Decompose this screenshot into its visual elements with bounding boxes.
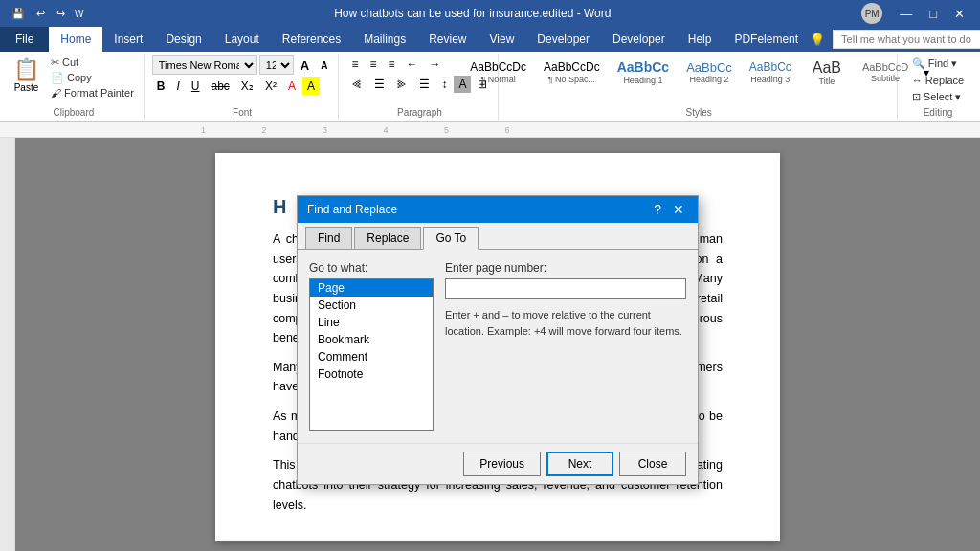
tab-mailings[interactable]: Mailings (352, 27, 417, 52)
underline-button[interactable]: U (187, 77, 205, 95)
replace-button[interactable]: ↔ Replace (906, 73, 969, 88)
save-button[interactable]: 💾 (8, 6, 29, 22)
document-title: How chatbots can be used for insurance.e… (83, 7, 861, 20)
page-number-input[interactable] (445, 278, 686, 299)
tab-references[interactable]: References (271, 27, 352, 52)
goto-list[interactable]: Page Section Line Bookmark Comment Footn… (309, 278, 434, 431)
ribbon-tabs-bar: File Home Insert Design Layout Reference… (0, 27, 980, 52)
find-button[interactable]: 🔍 Find ▾ (906, 55, 969, 72)
dialog-buttons: Previous Next Close (298, 443, 698, 484)
dialog-body: Go to what: Page Section Line Bookmark C… (298, 250, 698, 443)
list-number-button[interactable]: ≡ (365, 55, 381, 73)
align-center-button[interactable]: ☰ (369, 76, 390, 93)
tell-me-input[interactable] (833, 30, 980, 49)
font-size-select[interactable]: 12 (259, 55, 294, 75)
indent-increase-button[interactable]: → (424, 55, 445, 73)
goto-label: Go to what: (309, 261, 434, 275)
justify-button[interactable]: ☰ (414, 76, 434, 93)
line-spacing-button[interactable]: ↕ (436, 76, 452, 93)
font-group: Times New Roman 12 A A B I U abc X₂ X² A… (146, 54, 340, 120)
align-left-button[interactable]: ⫷ (346, 76, 368, 93)
paste-button[interactable]: 📋 Paste (10, 55, 43, 95)
highlight-button[interactable]: A (302, 77, 320, 95)
font-label: Font (233, 105, 252, 118)
undo-button[interactable]: ↩ (33, 6, 49, 22)
goto-item-page[interactable]: Page (310, 279, 433, 297)
close-button[interactable]: ✕ (947, 5, 972, 23)
font-family-select[interactable]: Times New Roman (152, 55, 257, 75)
copy-button[interactable]: 📄 Copy (47, 71, 138, 85)
ruler: 1 2 3 4 5 6 (0, 122, 980, 138)
paste-icon: 📋 (13, 57, 39, 82)
editing-label: Editing (924, 105, 953, 118)
strikethrough-button[interactable]: abc (207, 77, 234, 95)
styles-group: AaBbCcDc ¶ Normal AaBbCcDc ¶ No Spac... … (501, 54, 898, 120)
dialog-right-panel: Enter page number: Enter + and – to move… (445, 261, 686, 431)
dialog-titlebar-buttons: ? ✕ (650, 202, 688, 217)
lightbulb-icon: 💡 (810, 33, 825, 47)
next-button[interactable]: Next (546, 452, 613, 476)
font-grow-button[interactable]: A (296, 56, 314, 75)
tab-developer[interactable]: Developer (525, 27, 601, 52)
dialog-tab-find[interactable]: Find (305, 227, 352, 249)
find-replace-dialog: Find and Replace ? ✕ Find Replace Go To … (297, 195, 699, 485)
window-controls: PM — □ ✕ (861, 3, 972, 24)
subscript-button[interactable]: X₂ (236, 77, 258, 95)
style-heading3[interactable]: AaBbCc Heading 3 (743, 57, 798, 86)
user-avatar: PM (861, 3, 882, 24)
tab-layout[interactable]: Layout (213, 27, 271, 52)
superscript-button[interactable]: X² (260, 77, 281, 95)
dialog-title: Find and Replace (307, 203, 397, 216)
cut-button[interactable]: ✂ Cut (47, 55, 138, 70)
font-color-button[interactable]: A (283, 77, 301, 95)
bold-button[interactable]: B (152, 77, 170, 95)
goto-item-section[interactable]: Section (310, 297, 433, 314)
redo-button[interactable]: ↪ (53, 6, 69, 22)
goto-item-comment[interactable]: Comment (310, 348, 433, 365)
format-painter-button[interactable]: 🖌 Format Painter (47, 86, 138, 99)
multilevel-list-button[interactable]: ≡ (383, 55, 399, 73)
minimize-button[interactable]: — (892, 5, 920, 23)
goto-item-line[interactable]: Line (310, 314, 433, 331)
dialog-tab-goto[interactable]: Go To (423, 227, 479, 250)
goto-item-footnote[interactable]: Footnote (310, 365, 433, 383)
dialog-close-button[interactable]: ✕ (669, 202, 688, 217)
dialog-close-btn[interactable]: Close (619, 452, 686, 476)
previous-button[interactable]: Previous (463, 452, 541, 476)
left-sidebar (0, 138, 15, 551)
italic-button[interactable]: I (171, 77, 184, 95)
tab-help[interactable]: Help (677, 27, 724, 52)
dialog-tab-replace[interactable]: Replace (354, 227, 421, 249)
font-shrink-button[interactable]: A (316, 58, 332, 73)
editing-group: 🔍 Find ▾ ↔ Replace ⊡ Select ▾ Editing (900, 54, 976, 120)
enter-page-label: Enter page number: (445, 261, 686, 275)
ruler-markings: 1 2 3 4 5 6 (201, 125, 537, 135)
style-normal[interactable]: AaBbCcDc ¶ Normal (463, 57, 533, 86)
tab-view[interactable]: View (479, 27, 526, 52)
tab-developer2[interactable]: Developer (601, 27, 677, 52)
maximize-button[interactable]: □ (922, 5, 945, 23)
ribbon-content: 📋 Paste ✂ Cut 📄 Copy 🖌 Format Painter Cl… (0, 52, 980, 122)
indent-decrease-button[interactable]: ← (401, 55, 422, 73)
style-title[interactable]: AaB Title (802, 55, 852, 89)
title-bar: 💾 ↩ ↪ W How chatbots can be used for ins… (0, 0, 980, 27)
tab-file[interactable]: File (0, 27, 49, 52)
dialog-help-button[interactable]: ? (650, 202, 665, 217)
clipboard-label: Clipboard (54, 105, 95, 118)
tab-home[interactable]: Home (49, 27, 102, 52)
tab-pdfelement[interactable]: PDFelement (723, 27, 810, 52)
title-bar-left: 💾 ↩ ↪ W (8, 6, 83, 22)
style-no-spacing[interactable]: AaBbCcDc ¶ No Spac... (537, 57, 607, 86)
tab-insert[interactable]: Insert (102, 27, 154, 52)
goto-item-bookmark[interactable]: Bookmark (310, 331, 433, 348)
tab-design[interactable]: Design (154, 27, 212, 52)
align-right-button[interactable]: ⫸ (391, 76, 412, 93)
style-heading2[interactable]: AaBbCc Heading 2 (679, 57, 739, 88)
document-area: H A chatbot is a computer program design… (15, 138, 980, 551)
tab-review[interactable]: Review (417, 27, 478, 52)
dialog-tabs: Find Replace Go To (298, 223, 698, 250)
list-bullet-button[interactable]: ≡ (346, 55, 363, 73)
select-button[interactable]: ⊡ Select ▾ (906, 89, 969, 105)
style-heading1[interactable]: AaBbCc Heading 1 (611, 56, 676, 88)
quick-access-toolbar: 💾 ↩ ↪ (8, 6, 69, 22)
